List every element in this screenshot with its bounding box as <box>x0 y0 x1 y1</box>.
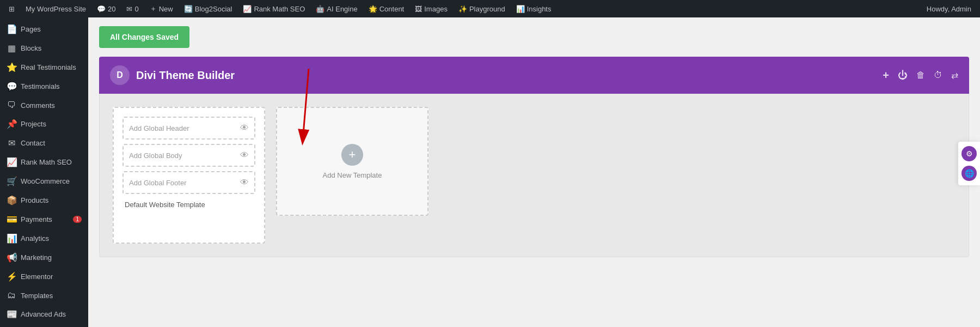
edge-icon-1[interactable]: ⚙ <box>961 146 977 161</box>
add-new-label: Add New Template <box>323 171 382 179</box>
sidebar-item-rank-math[interactable]: 📈 Rank Math SEO <box>0 153 88 172</box>
site-name[interactable]: My WordPress Site <box>21 5 90 13</box>
sidebar-item-label: Elementor <box>21 272 53 281</box>
global-body-row[interactable]: Add Global Body 👁 <box>122 144 255 167</box>
sidebar-item-contact[interactable]: ✉ Contact <box>0 134 88 153</box>
default-template-card: Add Global Header 👁 Add Global Body 👁 Ad… <box>113 107 265 244</box>
sidebar-item-templates[interactable]: 🗂 Templates <box>0 286 88 305</box>
sidebar-item-label: Payments <box>21 215 52 223</box>
sidebar: 📄 Pages ▦ Blocks ⭐ Real Testimonials 💬 T… <box>0 17 88 327</box>
sidebar-item-label: Real Testimonials <box>21 63 76 71</box>
add-new-circle[interactable]: + <box>341 144 363 166</box>
divi-header: D Divi Theme Builder + ⏻ 🗑 ⏱ ⇄ <box>99 57 969 94</box>
settings-icon[interactable]: ⇄ <box>951 70 958 81</box>
global-header-row[interactable]: Add Global Header 👁 <box>122 117 255 140</box>
new-button[interactable]: ＋ New <box>145 4 177 14</box>
payments-badge: 1 <box>73 216 82 223</box>
sidebar-item-label: Testimonials <box>21 82 60 90</box>
templates-icon: 🗂 <box>7 290 16 300</box>
blocks-icon: ▦ <box>7 43 16 53</box>
elementor-icon: ⚡ <box>7 271 16 282</box>
sidebar-item-elementor[interactable]: ⚡ Elementor <box>0 267 88 286</box>
global-header-label: Add Global Header <box>129 124 189 132</box>
projects-icon: 📌 <box>7 119 16 129</box>
pages-icon: 📄 <box>7 24 16 34</box>
plus-icon: ＋ <box>150 4 157 14</box>
products-icon: 📦 <box>7 195 16 205</box>
main-content: All Changes Saved D Divi Theme Builder +… <box>88 17 980 327</box>
sidebar-item-products[interactable]: 📦 Products <box>0 191 88 210</box>
content-icon: 🌟 <box>369 5 377 13</box>
edge-icon-2[interactable]: 🌐 <box>961 166 977 181</box>
rank-math-icon: 📈 <box>243 5 252 13</box>
sidebar-item-label: Analytics <box>21 234 49 243</box>
default-template-label: Default Website Template <box>122 201 255 209</box>
global-footer-label: Add Global Footer <box>129 179 187 187</box>
payments-icon: 💳 <box>7 214 16 225</box>
messages-count[interactable]: ✉ 0 <box>122 5 143 13</box>
header-visibility-icon[interactable]: 👁 <box>240 123 249 133</box>
ai-engine-menu[interactable]: 🤖 AI Engine <box>311 5 362 13</box>
divi-title: Divi Theme Builder <box>136 69 235 82</box>
advanced-ads-icon: 📰 <box>7 309 16 319</box>
add-template-header-icon[interactable]: + <box>883 69 889 82</box>
sidebar-item-label: Advanced Ads <box>21 310 66 318</box>
real-testimonials-icon: ⭐ <box>7 62 16 72</box>
sidebar-item-analytics[interactable]: 📊 Analytics <box>0 229 88 248</box>
wp-logo[interactable]: ⊞ <box>4 5 19 13</box>
howdy-text: Howdy, Admin <box>922 5 976 13</box>
sidebar-item-label: Contact <box>21 139 45 147</box>
message-icon: ✉ <box>126 5 132 13</box>
sidebar-item-label: Templates <box>21 292 53 300</box>
sidebar-item-woocommerce[interactable]: 🛒 WooCommerce <box>0 172 88 191</box>
sidebar-item-pages[interactable]: 📄 Pages <box>0 20 88 39</box>
playground-menu[interactable]: ✨ Playground <box>454 5 510 13</box>
admin-bar: ⊞ My WordPress Site 💬 20 ✉ 0 ＋ New 🔄 Blo… <box>0 0 980 17</box>
images-icon: 🖼 <box>415 5 422 13</box>
builder-body: Add Global Header 👁 Add Global Body 👁 Ad… <box>99 94 969 257</box>
rank-math-menu[interactable]: 📈 Rank Math SEO <box>238 5 309 13</box>
sidebar-item-testimonials[interactable]: 💬 Testimonials <box>0 77 88 96</box>
global-footer-row[interactable]: Add Global Footer 👁 <box>122 171 255 194</box>
sidebar-item-projects[interactable]: 📌 Projects <box>0 114 88 134</box>
comments-count[interactable]: 💬 20 <box>93 5 120 13</box>
divi-logo: D <box>110 65 130 85</box>
ai-icon: 🤖 <box>316 5 324 13</box>
power-icon[interactable]: ⏻ <box>898 70 908 81</box>
add-template-container: + Add New Template <box>276 107 428 244</box>
testimonials-icon: 💬 <box>7 81 16 92</box>
plus-icon: + <box>349 148 356 162</box>
sidebar-item-blocks[interactable]: ▦ Blocks <box>0 39 88 58</box>
body-visibility-icon[interactable]: 👁 <box>240 150 249 160</box>
rank-math-sidebar-icon: 📈 <box>7 157 16 167</box>
sidebar-item-label: Blocks <box>21 44 41 52</box>
analytics-icon: 📊 <box>7 233 16 244</box>
sidebar-item-comments[interactable]: 🗨 Comments <box>0 96 88 114</box>
add-new-template-card[interactable]: + Add New Template <box>276 107 428 216</box>
images-menu[interactable]: 🖼 Images <box>411 5 452 13</box>
comments-icon: 🗨 <box>7 100 16 110</box>
sidebar-item-label: Projects <box>21 120 46 128</box>
sidebar-item-label: WooCommerce <box>21 177 70 185</box>
all-changes-saved-button[interactable]: All Changes Saved <box>99 26 189 48</box>
global-body-label: Add Global Body <box>129 152 182 160</box>
contact-icon: ✉ <box>7 138 16 148</box>
sidebar-item-label: Pages <box>21 25 41 33</box>
divi-header-actions: + ⏻ 🗑 ⏱ ⇄ <box>883 69 958 82</box>
sidebar-item-label: Comments <box>21 101 55 110</box>
comments-icon: 💬 <box>97 5 106 13</box>
right-edge-panel: ⚙ 🌐 <box>958 142 980 185</box>
history-icon[interactable]: ⏱ <box>934 70 942 80</box>
sidebar-item-payments[interactable]: 💳 Payments 1 <box>0 210 88 229</box>
footer-visibility-icon[interactable]: 👁 <box>240 178 249 187</box>
sidebar-item-advanced-ads[interactable]: 📰 Advanced Ads <box>0 305 88 324</box>
trash-icon[interactable]: 🗑 <box>916 70 925 80</box>
playground-icon: ✨ <box>458 5 467 13</box>
blog2social-menu[interactable]: 🔄 Blog2Social <box>180 5 237 13</box>
divi-theme-builder: D Divi Theme Builder + ⏻ 🗑 ⏱ ⇄ Add Globa… <box>99 57 969 257</box>
blog2social-icon: 🔄 <box>184 5 193 13</box>
insights-menu[interactable]: 📊 Insights <box>512 5 556 13</box>
sidebar-item-real-testimonials[interactable]: ⭐ Real Testimonials <box>0 58 88 77</box>
content-menu[interactable]: 🌟 Content <box>364 5 409 13</box>
sidebar-item-marketing[interactable]: 📢 Marketing <box>0 248 88 267</box>
